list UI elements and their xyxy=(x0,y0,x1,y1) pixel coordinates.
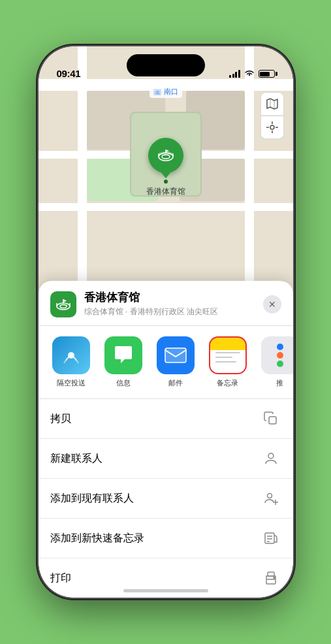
venue-name: 香港体育馆 xyxy=(84,291,263,304)
notes-icon xyxy=(209,336,247,374)
svg-text:出: 出 xyxy=(155,90,159,95)
messages-icon xyxy=(104,336,142,374)
status-icons xyxy=(229,69,275,79)
share-apps-row: 隔空投送 信息 xyxy=(39,326,293,399)
svg-point-10 xyxy=(270,125,274,129)
pin-dot xyxy=(164,180,168,184)
action-new-contact-label: 新建联系人 xyxy=(50,452,102,466)
share-app-more[interactable]: 推 xyxy=(254,336,293,388)
action-copy[interactable]: 拷贝 xyxy=(39,399,293,439)
action-list: 拷贝 新建联系人 xyxy=(39,399,293,598)
venue-map-pin[interactable]: 香港体育馆 xyxy=(146,138,185,197)
svg-point-16 xyxy=(60,305,67,308)
svg-point-35 xyxy=(274,577,275,579)
venue-logo xyxy=(50,291,76,317)
svg-point-25 xyxy=(268,453,274,459)
svg-rect-34 xyxy=(268,572,274,576)
messages-label: 信息 xyxy=(116,378,131,388)
more-label: 推 xyxy=(276,378,283,388)
location-button[interactable] xyxy=(260,116,284,139)
copy-icon xyxy=(260,408,281,429)
action-add-contact[interactable]: 添加到现有联系人 xyxy=(39,479,293,519)
venue-subtitle: 综合体育馆 · 香港特别行政区 油尖旺区 xyxy=(84,306,263,317)
svg-point-26 xyxy=(267,494,272,498)
quick-note-icon xyxy=(260,528,281,549)
map-controls xyxy=(260,92,284,139)
svg-rect-33 xyxy=(266,579,276,584)
action-quick-note[interactable]: 添加到新快速备忘录 xyxy=(39,519,293,558)
print-icon xyxy=(260,568,281,588)
mail-icon xyxy=(157,336,195,374)
battery-icon xyxy=(259,70,275,78)
bottom-sheet: 香港体育馆 综合体育馆 · 香港特别行政区 油尖旺区 ✕ 隔 xyxy=(39,281,293,598)
wifi-icon xyxy=(244,69,255,79)
signal-icon xyxy=(229,70,240,78)
svg-marker-20 xyxy=(63,299,67,302)
notes-lines xyxy=(215,352,240,362)
pin-circle xyxy=(148,138,183,173)
pin-label: 香港体育馆 xyxy=(146,186,185,197)
share-app-messages[interactable]: 信息 xyxy=(97,336,150,388)
venue-info: 香港体育馆 综合体育馆 · 香港特别行政区 油尖旺区 xyxy=(84,291,263,317)
map-south-entrance-label: 出 南口 xyxy=(150,86,182,98)
svg-rect-22 xyxy=(165,348,186,362)
home-indicator xyxy=(123,589,208,592)
map-type-button[interactable] xyxy=(260,92,284,116)
status-time: 09:41 xyxy=(57,68,81,79)
notes-label: 备忘录 xyxy=(217,378,238,388)
share-app-notes[interactable]: 备忘录 xyxy=(202,336,254,388)
svg-rect-24 xyxy=(269,417,276,424)
share-app-airdrop[interactable]: 隔空投送 xyxy=(45,336,97,388)
close-button[interactable]: ✕ xyxy=(263,295,281,314)
action-new-contact[interactable]: 新建联系人 xyxy=(39,439,293,479)
dynamic-island xyxy=(127,54,205,76)
phone-frame: 09:41 xyxy=(39,46,293,598)
action-add-contact-label: 添加到现有联系人 xyxy=(50,492,134,506)
venue-header: 香港体育馆 综合体育馆 · 香港特别行政区 油尖旺区 ✕ xyxy=(39,281,293,326)
share-app-mail[interactable]: 邮件 xyxy=(150,336,202,388)
airdrop-icon xyxy=(52,336,90,374)
svg-point-15 xyxy=(57,303,70,310)
phone-screen: 09:41 xyxy=(39,46,293,598)
new-contact-icon xyxy=(260,448,281,469)
more-icon xyxy=(261,336,293,374)
mail-label: 邮件 xyxy=(168,378,183,388)
action-quick-note-label: 添加到新快速备忘录 xyxy=(50,532,144,545)
airdrop-label: 隔空投送 xyxy=(57,378,86,388)
add-contact-icon xyxy=(260,488,281,509)
action-print-label: 打印 xyxy=(50,572,71,585)
action-copy-label: 拷贝 xyxy=(50,412,71,426)
